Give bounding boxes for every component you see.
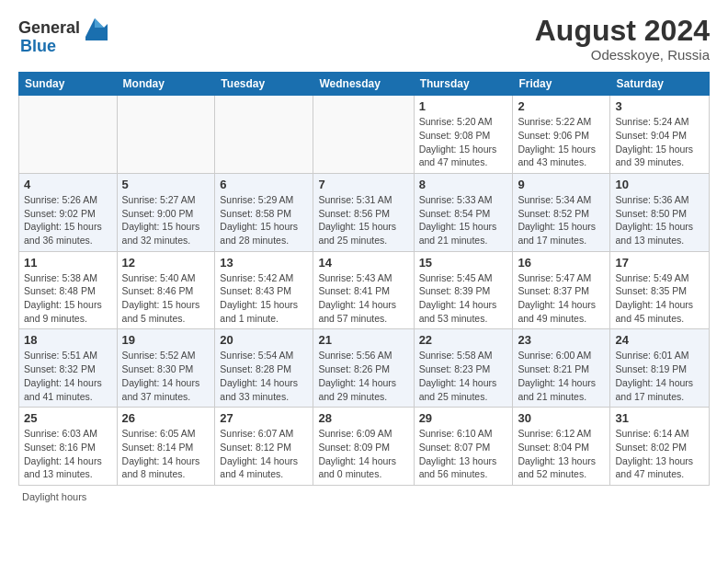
weekday-header-tuesday: Tuesday — [215, 73, 313, 96]
weekday-header-sunday: Sunday — [19, 73, 118, 96]
day-number: 18 — [24, 333, 112, 347]
calendar-cell: 1Sunrise: 5:20 AMSunset: 9:08 PMDaylight… — [414, 96, 513, 174]
day-info: Sunrise: 5:43 AMSunset: 8:41 PMDaylight:… — [318, 271, 408, 326]
day-info: Sunrise: 6:01 AMSunset: 8:19 PMDaylight:… — [615, 349, 704, 403]
day-number: 29 — [419, 411, 508, 425]
day-number: 21 — [318, 333, 408, 347]
calendar-cell: 21Sunrise: 5:56 AMSunset: 8:26 PMDayligh… — [313, 329, 414, 408]
day-number: 8 — [419, 178, 508, 191]
day-info: Sunrise: 5:27 AMSunset: 9:00 PMDaylight:… — [122, 193, 210, 247]
day-number: 28 — [318, 411, 408, 425]
calendar-cell: 9Sunrise: 5:34 AMSunset: 8:52 PMDaylight… — [513, 173, 610, 251]
day-number: 2 — [518, 99, 605, 113]
day-number: 31 — [615, 411, 704, 425]
calendar-cell: 28Sunrise: 6:09 AMSunset: 8:09 PMDayligh… — [313, 408, 414, 486]
day-number: 30 — [518, 411, 605, 425]
day-number: 23 — [518, 333, 605, 347]
weekday-header-saturday: Saturday — [610, 73, 710, 96]
day-info: Sunrise: 5:56 AMSunset: 8:26 PMDaylight:… — [318, 349, 408, 403]
day-info: Sunrise: 5:26 AMSunset: 9:02 PMDaylight:… — [24, 193, 112, 247]
calendar-week-row: 25Sunrise: 6:03 AMSunset: 8:16 PMDayligh… — [19, 408, 710, 486]
calendar-cell: 10Sunrise: 5:36 AMSunset: 8:50 PMDayligh… — [610, 173, 710, 251]
day-number: 13 — [220, 256, 308, 270]
calendar-cell: 4Sunrise: 5:26 AMSunset: 9:02 PMDaylight… — [19, 173, 118, 251]
calendar-cell: 15Sunrise: 5:45 AMSunset: 8:39 PMDayligh… — [414, 251, 513, 329]
day-info: Sunrise: 5:33 AMSunset: 8:54 PMDaylight:… — [419, 193, 508, 247]
calendar-cell: 5Sunrise: 5:27 AMSunset: 9:00 PMDaylight… — [117, 173, 215, 251]
day-info: Sunrise: 5:47 AMSunset: 8:37 PMDaylight:… — [518, 271, 605, 326]
day-info: Sunrise: 5:58 AMSunset: 8:23 PMDaylight:… — [419, 349, 508, 403]
day-info: Sunrise: 5:45 AMSunset: 8:39 PMDaylight:… — [419, 271, 508, 326]
logo: General Blue — [18, 15, 108, 56]
day-info: Sunrise: 6:09 AMSunset: 8:09 PMDaylight:… — [318, 427, 408, 481]
day-number: 15 — [419, 256, 508, 270]
calendar-cell: 29Sunrise: 6:10 AMSunset: 8:07 PMDayligh… — [414, 408, 513, 486]
day-number: 17 — [615, 256, 704, 270]
calendar-cell: 22Sunrise: 5:58 AMSunset: 8:23 PMDayligh… — [414, 329, 513, 408]
svg-marker-1 — [95, 18, 104, 28]
calendar-week-row: 11Sunrise: 5:38 AMSunset: 8:48 PMDayligh… — [19, 251, 710, 329]
day-info: Sunrise: 5:40 AMSunset: 8:46 PMDaylight:… — [122, 271, 210, 326]
calendar-cell: 16Sunrise: 5:47 AMSunset: 8:37 PMDayligh… — [513, 251, 610, 329]
weekday-header-friday: Friday — [513, 73, 610, 96]
day-number: 11 — [24, 256, 112, 270]
calendar-cell — [117, 96, 215, 174]
calendar-week-row: 1Sunrise: 5:20 AMSunset: 9:08 PMDaylight… — [19, 96, 710, 174]
calendar-cell: 12Sunrise: 5:40 AMSunset: 8:46 PMDayligh… — [117, 251, 215, 329]
calendar-cell: 19Sunrise: 5:52 AMSunset: 8:30 PMDayligh… — [117, 329, 215, 408]
day-number: 12 — [122, 256, 210, 270]
calendar-cell: 13Sunrise: 5:42 AMSunset: 8:43 PMDayligh… — [215, 251, 313, 329]
calendar-cell: 30Sunrise: 6:12 AMSunset: 8:04 PMDayligh… — [513, 408, 610, 486]
day-info: Sunrise: 5:22 AMSunset: 9:06 PMDaylight:… — [518, 115, 605, 169]
calendar-cell: 6Sunrise: 5:29 AMSunset: 8:58 PMDaylight… — [215, 173, 313, 251]
calendar-cell: 23Sunrise: 6:00 AMSunset: 8:21 PMDayligh… — [513, 329, 610, 408]
day-info: Sunrise: 6:14 AMSunset: 8:02 PMDaylight:… — [615, 427, 704, 481]
day-info: Sunrise: 6:03 AMSunset: 8:16 PMDaylight:… — [24, 427, 112, 481]
header: General Blue August 2024 Odesskoye, Russ… — [18, 15, 710, 63]
calendar-cell: 20Sunrise: 5:54 AMSunset: 8:28 PMDayligh… — [215, 329, 313, 408]
weekday-header-thursday: Thursday — [414, 73, 513, 96]
calendar-cell: 8Sunrise: 5:33 AMSunset: 8:54 PMDaylight… — [414, 173, 513, 251]
day-info: Sunrise: 6:07 AMSunset: 8:12 PMDaylight:… — [220, 427, 308, 481]
location-subtitle: Odesskoye, Russia — [535, 47, 710, 63]
daylight-hours-label: Daylight hours — [22, 491, 86, 502]
day-info: Sunrise: 6:12 AMSunset: 8:04 PMDaylight:… — [518, 427, 605, 481]
day-info: Sunrise: 5:34 AMSunset: 8:52 PMDaylight:… — [518, 193, 605, 247]
day-number: 20 — [220, 333, 308, 347]
day-info: Sunrise: 5:38 AMSunset: 8:48 PMDaylight:… — [24, 271, 112, 326]
day-info: Sunrise: 6:05 AMSunset: 8:14 PMDaylight:… — [122, 427, 210, 481]
day-info: Sunrise: 6:10 AMSunset: 8:07 PMDaylight:… — [419, 427, 508, 481]
page: General Blue August 2024 Odesskoye, Russ… — [0, 0, 728, 511]
day-number: 10 — [615, 178, 704, 191]
day-info: Sunrise: 5:20 AMSunset: 9:08 PMDaylight:… — [419, 115, 508, 169]
calendar-table: SundayMondayTuesdayWednesdayThursdayFrid… — [18, 72, 710, 486]
calendar-cell: 24Sunrise: 6:01 AMSunset: 8:19 PMDayligh… — [610, 329, 710, 408]
calendar-week-row: 4Sunrise: 5:26 AMSunset: 9:02 PMDaylight… — [19, 173, 710, 251]
day-info: Sunrise: 6:00 AMSunset: 8:21 PMDaylight:… — [518, 349, 605, 403]
logo-general-text: General — [18, 18, 80, 38]
day-number: 22 — [419, 333, 508, 347]
calendar-cell: 11Sunrise: 5:38 AMSunset: 8:48 PMDayligh… — [19, 251, 118, 329]
day-info: Sunrise: 5:51 AMSunset: 8:32 PMDaylight:… — [24, 349, 112, 403]
day-info: Sunrise: 5:29 AMSunset: 8:58 PMDaylight:… — [220, 193, 308, 247]
day-number: 3 — [615, 99, 704, 113]
logo-icon — [82, 15, 108, 40]
day-info: Sunrise: 5:24 AMSunset: 9:04 PMDaylight:… — [615, 115, 704, 169]
title-block: August 2024 Odesskoye, Russia — [535, 15, 710, 63]
day-number: 24 — [615, 333, 704, 347]
footer-label: Daylight hours — [18, 491, 710, 502]
calendar-cell: 2Sunrise: 5:22 AMSunset: 9:06 PMDaylight… — [513, 96, 610, 174]
day-number: 7 — [318, 178, 408, 191]
day-number: 4 — [24, 178, 112, 191]
calendar-cell: 7Sunrise: 5:31 AMSunset: 8:56 PMDaylight… — [313, 173, 414, 251]
calendar-cell — [19, 96, 118, 174]
calendar-cell: 3Sunrise: 5:24 AMSunset: 9:04 PMDaylight… — [610, 96, 710, 174]
day-info: Sunrise: 5:52 AMSunset: 8:30 PMDaylight:… — [122, 349, 210, 403]
day-number: 9 — [518, 178, 605, 191]
logo-blue-text: Blue — [20, 37, 56, 56]
day-number: 6 — [220, 178, 308, 191]
weekday-header-wednesday: Wednesday — [313, 73, 414, 96]
day-number: 27 — [220, 411, 308, 425]
calendar-week-row: 18Sunrise: 5:51 AMSunset: 8:32 PMDayligh… — [19, 329, 710, 408]
calendar-cell: 27Sunrise: 6:07 AMSunset: 8:12 PMDayligh… — [215, 408, 313, 486]
